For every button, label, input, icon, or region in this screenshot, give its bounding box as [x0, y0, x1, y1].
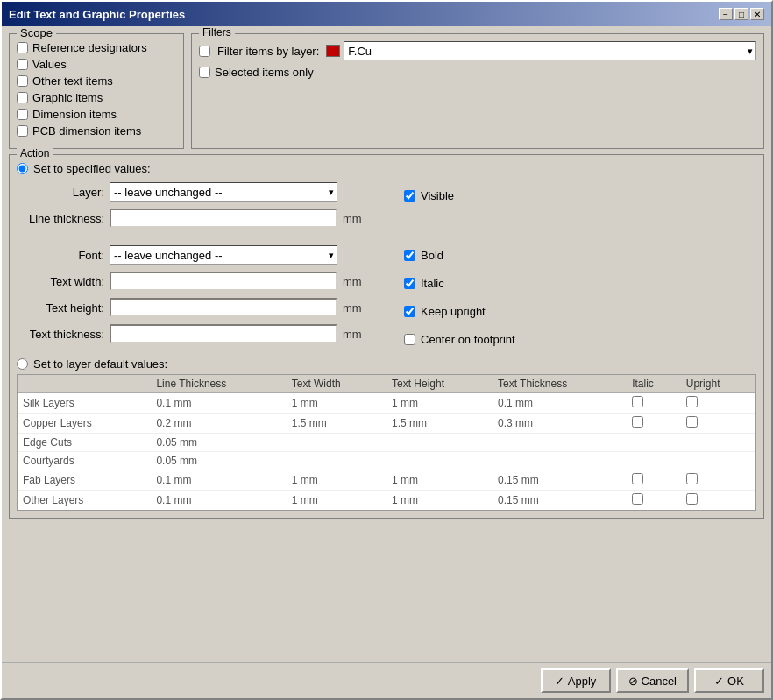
table-cell-line-thickness: 0.05 mm: [151, 434, 286, 452]
table-cell-upright: [681, 491, 755, 511]
center-on-footprint-checkbox[interactable]: [404, 334, 415, 345]
table-upright-checkbox[interactable]: [686, 493, 698, 505]
line-thickness-unit: mm: [343, 212, 362, 225]
table-upright-checkbox[interactable]: [686, 473, 698, 484]
table-italic-checkbox[interactable]: [632, 416, 643, 428]
filters-group: Filters Filter items by layer: F.Cu: [191, 33, 764, 149]
scope-values-label: Values: [32, 58, 67, 71]
layer-combo-wrapper: F.Cu: [344, 41, 756, 60]
table-cell-line-thickness: 0.1 mm: [151, 393, 286, 414]
minimize-button[interactable]: −: [719, 8, 733, 20]
table-row: Silk Layers0.1 mm1 mm1 mm0.1 mm: [18, 393, 755, 414]
table-italic-checkbox[interactable]: [632, 396, 643, 407]
scope-values-checkbox[interactable]: [17, 59, 28, 70]
fields-grid: Layer: -- leave unchanged -- Line thickn…: [17, 180, 756, 350]
table-upright-checkbox[interactable]: [686, 396, 698, 407]
close-button[interactable]: ✕: [750, 8, 764, 20]
table-cell-name: Copper Layers: [18, 414, 151, 434]
table-cell-line-thickness: 0.1 mm: [151, 470, 286, 491]
table-cell-text-width: 1 mm: [287, 491, 386, 511]
title-bar-buttons: − □ ✕: [719, 8, 764, 20]
bold-label: Bold: [421, 249, 443, 262]
scope-graphic-row: Graphic items: [17, 91, 176, 104]
line-thickness-input[interactable]: -- leave unchanged --: [110, 209, 337, 228]
text-height-input[interactable]: -- leave unchanged --: [110, 298, 337, 317]
bold-checkbox[interactable]: [404, 250, 415, 261]
set-specified-radio[interactable]: [17, 163, 28, 174]
selected-only-row: Selected items only: [199, 66, 756, 79]
scope-other-text-label: Other text items: [32, 74, 113, 88]
table-cell-text-width: 1 mm: [287, 470, 386, 491]
table-cell-name: Edge Cuts: [18, 434, 151, 452]
table-cell-italic: [627, 470, 681, 491]
text-width-row: Text width: -- leave unchanged -- mm: [17, 270, 386, 293]
table-cell-italic: [627, 434, 681, 452]
cancel-button[interactable]: ⊘ Cancel: [616, 668, 689, 693]
table-cell-text-height: 1 mm: [386, 470, 493, 491]
text-thickness-row: Text thickness: -- leave unchanged -- mm: [17, 322, 386, 345]
text-thickness-input[interactable]: -- leave unchanged --: [110, 324, 337, 343]
table-cell-italic: [627, 393, 681, 414]
layer-selector: F.Cu: [326, 41, 756, 60]
table-row: Edge Cuts0.05 mm: [18, 434, 755, 452]
text-width-label: Text width:: [17, 275, 104, 288]
action-title: Action: [17, 147, 53, 159]
table-cell-text-height: [386, 434, 493, 452]
filters-title: Filters: [199, 26, 235, 39]
cancel-icon: ⊘: [628, 675, 638, 688]
scope-other-text-checkbox[interactable]: [17, 75, 28, 87]
apply-button[interactable]: ✓ Apply: [541, 668, 611, 693]
layer-dropdown[interactable]: F.Cu: [344, 41, 756, 60]
visible-checkbox[interactable]: [404, 190, 415, 202]
scope-ref-des-row: Reference designators: [17, 41, 176, 54]
title-bar: Edit Text and Graphic Properties − □ ✕: [2, 2, 771, 26]
table-row: Courtyards0.05 mm: [18, 452, 755, 470]
italic-checkbox[interactable]: [404, 278, 415, 289]
table-cell-text-height: 1 mm: [386, 491, 493, 511]
table-cell-upright: [681, 470, 755, 491]
table-italic-checkbox[interactable]: [632, 473, 643, 484]
scope-group: Scope Reference designators Values Other…: [9, 33, 184, 149]
scope-pcb-dim-checkbox[interactable]: [17, 125, 28, 137]
table-cell-line-thickness: 0.05 mm: [151, 452, 286, 470]
table-italic-checkbox[interactable]: [632, 493, 643, 505]
layer-field-dropdown[interactable]: -- leave unchanged --: [110, 182, 337, 202]
scope-dimension-row: Dimension items: [17, 108, 176, 121]
filter-by-layer-checkbox[interactable]: [199, 46, 210, 57]
selected-only-checkbox[interactable]: [199, 67, 210, 78]
table-cell-italic: [627, 491, 681, 511]
ok-button[interactable]: ✓ OK: [694, 668, 764, 693]
set-specified-row: Set to specified values:: [17, 162, 756, 175]
scope-ref-des-label: Reference designators: [32, 41, 147, 54]
table-upright-checkbox[interactable]: [686, 416, 698, 428]
text-width-input[interactable]: -- leave unchanged --: [110, 272, 337, 291]
table-cell-text-height: 1 mm: [386, 393, 493, 414]
visible-label: Visible: [421, 189, 454, 202]
ok-checkmark-icon: ✓: [714, 675, 724, 688]
col-header-name: [18, 375, 151, 393]
dialog-content: Scope Reference designators Values Other…: [2, 26, 771, 662]
table-cell-text-width: [287, 434, 386, 452]
scope-ref-des-checkbox[interactable]: [17, 42, 28, 53]
layer-field-combo-wrapper: -- leave unchanged --: [110, 182, 337, 202]
cancel-label: Cancel: [642, 675, 677, 688]
table-cell-name: Fab Layers: [18, 470, 151, 491]
table-cell-text-thickness: 0.15 mm: [493, 491, 627, 511]
table-cell-text-height: [386, 452, 493, 470]
scope-dimension-checkbox[interactable]: [17, 109, 28, 120]
keep-upright-checkbox[interactable]: [404, 306, 415, 317]
set-default-row: Set to layer default values:: [17, 357, 756, 371]
scope-graphic-checkbox[interactable]: [17, 92, 28, 103]
text-height-label: Text height:: [17, 301, 104, 315]
table-cell-text-thickness: 0.1 mm: [493, 393, 627, 414]
apply-checkmark-icon: ✓: [555, 675, 564, 688]
table-cell-upright: [681, 434, 755, 452]
table-row: Copper Layers0.2 mm1.5 mm1.5 mm0.3 mm: [18, 414, 755, 434]
text-height-unit: mm: [343, 301, 362, 315]
maximize-button[interactable]: □: [734, 8, 748, 20]
main-dialog: Edit Text and Graphic Properties − □ ✕ S…: [0, 0, 773, 700]
font-dropdown[interactable]: -- leave unchanged --: [110, 245, 337, 265]
set-default-radio[interactable]: [17, 358, 28, 370]
scope-graphic-label: Graphic items: [32, 91, 103, 104]
scope-pcb-dim-row: PCB dimension items: [17, 124, 176, 138]
